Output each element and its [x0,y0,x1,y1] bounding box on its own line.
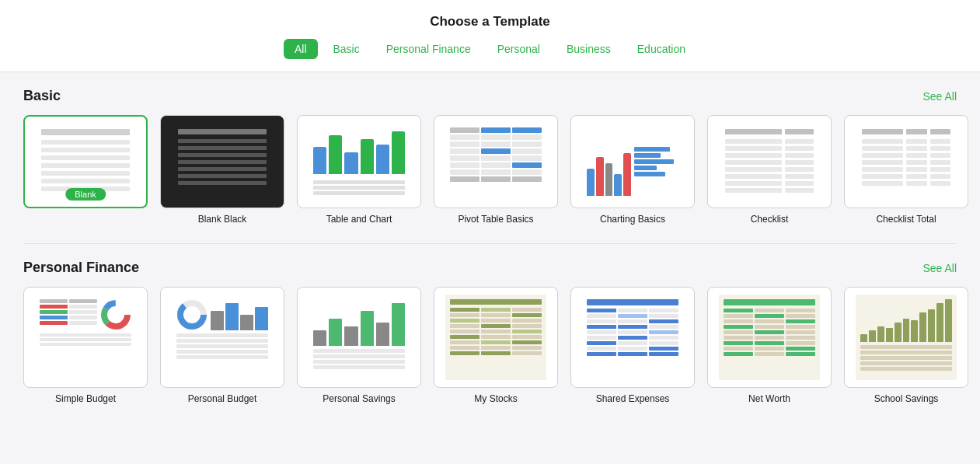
template-label-shared: Shared Expenses [596,393,670,404]
template-label-charting: Charting Basics [600,214,665,225]
template-thumb-checklist-total [844,115,968,208]
template-net-worth[interactable]: Net Worth [707,287,832,404]
main-content: Basic See All Blank [0,72,980,446]
template-thumb-networth [707,287,832,388]
checklist-total-preview [856,123,957,201]
personal-savings-preview [309,295,410,380]
donut-chart [100,299,131,330]
stocks-preview [445,295,546,380]
template-pivot-table[interactable]: Pivot Table Basics [434,115,558,225]
template-simple-budget[interactable]: Simple Budget [23,287,148,404]
ps-bars [313,299,405,346]
tab-bar: All Basic Personal Finance Personal Busi… [0,39,980,64]
template-thumb-personal-savings [297,287,421,388]
pb-bars [211,299,268,330]
chart-table-lines [313,180,405,195]
tab-basic[interactable]: Basic [323,39,371,59]
simple-budget-preview [35,295,136,380]
ps-table-lines [313,349,405,369]
tab-education[interactable]: Education [626,39,696,59]
template-label-checklist: Checklist [751,214,789,225]
tab-personal-finance[interactable]: Personal Finance [375,39,482,59]
template-label-blank-black: Blank Black [198,214,247,225]
template-thumb-pivot [434,115,558,208]
personal-budget-preview [172,295,273,380]
template-thumb-stocks [434,287,558,388]
bar-6 [392,131,405,174]
template-label-table-chart: Table and Chart [326,214,392,225]
template-label-school-savings: School Savings [874,393,939,404]
pb-donut-chart [176,299,208,330]
basic-templates-row: Blank Blank Black [23,115,957,225]
chart-preview [309,123,410,201]
template-thumb-checklist [707,115,832,208]
charting-preview [582,123,683,201]
blank-badge: Blank [65,188,106,201]
template-my-stocks[interactable]: My Stocks [434,287,558,404]
template-thumb-blank: Blank [23,115,148,208]
school-preview [856,295,957,380]
template-checklist-total[interactable]: Checklist Total [844,115,968,225]
section-pf-header: Personal Finance See All [23,260,957,276]
checklist-preview [719,123,820,201]
template-label-simple-budget: Simple Budget [55,393,116,404]
template-label-personal-savings: Personal Savings [323,393,395,404]
pivot-preview [445,123,546,201]
svg-point-3 [111,310,120,319]
page-header: Choose a Template All Basic Personal Fin… [0,0,980,72]
template-label-checklist-total: Checklist Total [876,214,936,225]
template-checklist[interactable]: Checklist [707,115,832,225]
template-charting-basics[interactable]: Charting Basics [570,115,695,225]
shared-preview [582,295,683,380]
pf-see-all[interactable]: See All [922,262,957,274]
template-table-chart[interactable]: Table and Chart [297,115,421,225]
template-blank-black[interactable]: Blank Black [160,115,284,225]
pb-table-lines [176,333,268,359]
template-shared-expenses[interactable]: Shared Expenses [570,287,695,404]
bar-4 [361,139,374,174]
basic-see-all[interactable]: See All [922,90,957,103]
bar-5 [376,145,389,174]
bar-2 [329,135,342,174]
template-label-networth: Net Worth [748,393,790,404]
page-title: Choose a Template [0,14,980,30]
section-basic-header: Basic See All [23,88,957,104]
tab-business[interactable]: Business [556,39,622,59]
template-blank[interactable]: Blank [23,115,148,208]
template-school-savings[interactable]: School Savings [844,287,968,404]
svg-point-6 [187,310,197,319]
networth-preview [719,295,820,380]
template-thumb-simple-budget [23,287,148,388]
template-personal-budget[interactable]: Personal Budget [160,287,284,404]
section-pf-title: Personal Finance [23,260,139,276]
tab-all[interactable]: All [284,39,318,59]
section-basic: Basic See All Blank [23,88,957,225]
bar-1 [313,147,326,174]
blank-black-preview [172,123,273,201]
template-thumb-shared [570,287,695,388]
template-label-pivot: Pivot Table Basics [458,214,533,225]
charting-bars [587,127,631,196]
tab-personal[interactable]: Personal [487,39,551,59]
school-chart-bars [860,299,952,342]
template-thumb-charting [570,115,695,208]
template-thumb-table-chart [297,115,421,208]
section-basic-title: Basic [23,88,61,104]
section-divider [23,243,957,244]
template-thumb-blank-black [160,115,284,208]
template-thumb-school [844,287,968,388]
template-thumb-personal-budget [160,287,284,388]
pf-templates-row: Simple Budget [23,287,957,404]
template-label-personal-budget: Personal Budget [188,393,257,404]
template-label-stocks: My Stocks [474,393,517,404]
section-personal-finance: Personal Finance See All [23,260,957,404]
charting-horiz-bars [634,127,678,196]
school-table-lines [860,345,952,371]
bar-3 [344,152,357,174]
template-personal-savings[interactable]: Personal Savings [297,287,421,404]
chart-bars [313,127,405,174]
